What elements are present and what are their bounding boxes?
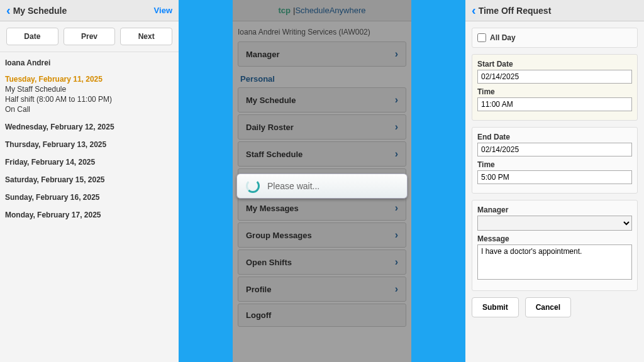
day-heading: Friday, February 14, 2025: [5, 158, 174, 167]
toolbar: Date Prev Next: [0, 21, 179, 52]
main-menu-panel: tcp | ScheduleAnywhere Ioana Andrei Writ…: [233, 0, 411, 362]
allday-row[interactable]: All Day: [477, 33, 632, 42]
start-date-input[interactable]: [477, 70, 632, 84]
message-textarea[interactable]: [477, 244, 632, 280]
submit-button[interactable]: Submit: [472, 297, 519, 317]
selected-date: Tuesday, February 11, 2025: [5, 75, 174, 84]
page-title: Time Off Request: [479, 6, 638, 16]
loading-text: Please wait...: [267, 181, 319, 191]
day-heading: Wednesday, February 12, 2025: [5, 123, 174, 131]
user-name: Ioana Andrei: [5, 58, 174, 67]
view-link[interactable]: View: [154, 6, 172, 15]
action-row: Submit Cancel: [472, 297, 638, 317]
manager-message-section: Manager Message: [472, 200, 638, 291]
day-heading: Saturday, February 15, 2025: [5, 175, 174, 184]
manager-select[interactable]: [477, 216, 632, 231]
schedule-detail: On Call: [5, 105, 174, 114]
date-button[interactable]: Date: [6, 28, 58, 45]
day-heading: Sunday, February 16, 2025: [5, 193, 174, 202]
header-bar: ‹ Time Off Request: [465, 0, 644, 21]
schedule-detail: My Staff Schedule: [5, 85, 174, 94]
allday-checkbox[interactable]: [477, 33, 486, 42]
next-button[interactable]: Next: [120, 28, 172, 45]
end-section: End Date Time: [472, 127, 638, 194]
time-off-request-panel: ‹ Time Off Request All Day Start Date Ti…: [465, 0, 644, 362]
back-icon[interactable]: ‹: [472, 3, 476, 18]
start-time-input[interactable]: [477, 97, 632, 111]
schedule-detail: Half shift (8:00 AM to 11:00 PM): [5, 95, 174, 104]
manager-label: Manager: [477, 206, 632, 214]
cancel-button[interactable]: Cancel: [525, 297, 571, 317]
end-time-label: Time: [477, 160, 632, 169]
allday-label: All Day: [490, 33, 516, 42]
form-body: All Day Start Date Time End Date Time Ma…: [465, 21, 644, 324]
day-heading: Monday, February 17, 2025: [5, 211, 174, 219]
message-label: Message: [477, 234, 632, 243]
start-date-label: Start Date: [477, 60, 632, 69]
end-date-input[interactable]: [477, 143, 632, 156]
end-date-label: End Date: [477, 133, 632, 141]
spinner-icon: [246, 179, 260, 193]
allday-section: All Day: [472, 28, 638, 48]
start-section: Start Date Time: [472, 54, 638, 121]
back-icon[interactable]: ‹: [6, 3, 11, 18]
loading-toast: Please wait...: [236, 173, 408, 199]
end-time-input[interactable]: [477, 170, 632, 184]
day-heading: Thursday, February 13, 2025: [5, 140, 174, 149]
header-bar: ‹ My Schedule View: [0, 0, 179, 21]
page-title: My Schedule: [13, 6, 154, 16]
prev-button[interactable]: Prev: [64, 28, 116, 45]
start-time-label: Time: [477, 87, 632, 96]
my-schedule-panel: ‹ My Schedule View Date Prev Next Ioana …: [0, 0, 179, 362]
schedule-body: Ioana Andrei Tuesday, February 11, 2025 …: [0, 52, 179, 226]
